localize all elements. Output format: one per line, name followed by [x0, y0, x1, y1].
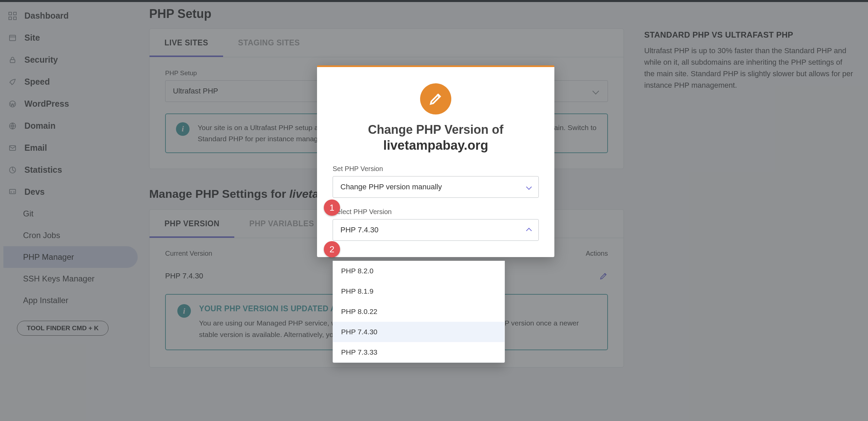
chevron-down-icon: [526, 184, 532, 190]
modal-title-domain: livetampabay.org: [333, 138, 539, 153]
select-php-value: PHP 7.4.30: [340, 226, 378, 234]
select-php-select[interactable]: PHP 7.4.30: [333, 219, 539, 241]
set-php-select[interactable]: Change PHP version manually: [333, 176, 539, 198]
set-php-label: Set PHP Version: [333, 165, 539, 173]
php-option[interactable]: PHP 8.2.0: [333, 261, 505, 281]
step-2-badge: 2: [324, 241, 340, 257]
select-php-label: Select PHP Version: [333, 208, 539, 216]
php-option[interactable]: PHP 8.0.22: [333, 301, 505, 322]
pencil-icon: [420, 83, 451, 114]
modal-title: Change PHP Version of livetampabay.org: [333, 123, 539, 153]
change-php-modal: Change PHP Version of livetampabay.org S…: [317, 65, 554, 257]
php-option[interactable]: PHP 7.4.30: [333, 322, 505, 342]
php-version-dropdown: PHP 8.2.0 PHP 8.1.9 PHP 8.0.22 PHP 7.4.3…: [333, 261, 505, 363]
php-option[interactable]: PHP 8.1.9: [333, 281, 505, 301]
set-php-value: Change PHP version manually: [340, 183, 442, 191]
php-option[interactable]: PHP 7.3.33: [333, 342, 505, 362]
chevron-up-icon: [526, 228, 532, 234]
step-1-badge: 1: [324, 199, 340, 216]
modal-title-line1: Change PHP Version of: [368, 123, 503, 136]
